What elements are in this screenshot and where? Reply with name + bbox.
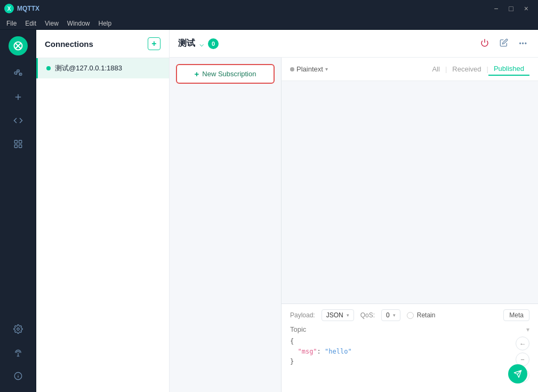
- filter-received-button[interactable]: Received: [447, 63, 486, 75]
- settings-icon: [13, 324, 23, 334]
- maximize-button[interactable]: □: [503, 3, 518, 14]
- sidebar-item-add[interactable]: [9, 87, 28, 107]
- menu-file[interactable]: File: [2, 19, 21, 28]
- sidebar: [0, 30, 36, 392]
- qos-chevron-icon: ▾: [393, 313, 396, 318]
- content-split: + New Subscription Plaintext ▾ All |: [170, 58, 538, 392]
- plaintext-label: Plaintext: [296, 65, 323, 73]
- app-logo: X: [4, 4, 14, 13]
- app-brand: X MQTTX: [4, 4, 39, 13]
- messages-panel: Plaintext ▾ All | Received | Published: [282, 58, 538, 392]
- retain-radio[interactable]: [407, 312, 414, 319]
- connection-name: 测试@127.0.0.1:1883: [55, 63, 122, 73]
- code-icon: [13, 116, 23, 125]
- sidebar-item-settings[interactable]: [9, 319, 28, 339]
- payload-format-value: JSON: [326, 311, 343, 319]
- more-button[interactable]: •••: [517, 38, 529, 50]
- topbar: 测试 ⌵ 0 •••: [170, 30, 538, 58]
- send-button[interactable]: [508, 364, 527, 383]
- main-content: 测试 ⌵ 0 •••: [170, 30, 538, 392]
- menu-edit[interactable]: Edit: [21, 19, 41, 28]
- edit-button[interactable]: [497, 36, 510, 51]
- edit-icon: [500, 38, 508, 47]
- undo-button[interactable]: ←: [516, 337, 529, 350]
- plaintext-selector[interactable]: Plaintext ▾: [290, 65, 328, 73]
- plaintext-dot: [290, 67, 294, 71]
- dropdown-icon[interactable]: ⌵: [199, 39, 204, 48]
- power-icon: [480, 38, 489, 47]
- editor-line-2: "msg": "hello": [290, 347, 511, 357]
- minimize-button[interactable]: −: [488, 3, 503, 14]
- svg-rect-8: [14, 140, 17, 143]
- sidebar-item-scripts[interactable]: [9, 111, 28, 130]
- svg-point-12: [17, 328, 19, 331]
- new-subscription-label: New Subscription: [202, 70, 256, 78]
- filter-published-button[interactable]: Published: [488, 62, 529, 76]
- menu-view[interactable]: View: [41, 19, 63, 28]
- add-connection-button[interactable]: +: [148, 37, 160, 50]
- menu-help[interactable]: Help: [94, 19, 116, 28]
- sidebar-item-info[interactable]: [9, 366, 28, 386]
- retain-label: Retain: [417, 311, 436, 319]
- svg-rect-10: [14, 145, 17, 148]
- sidebar-item-connections[interactable]: [9, 64, 28, 83]
- connections-header: Connections +: [36, 30, 169, 58]
- app-name: MQTTX: [17, 5, 39, 12]
- titlebar: X MQTTX − □ ×: [0, 0, 538, 17]
- qos-select[interactable]: 0 ▾: [381, 309, 400, 321]
- qos-label: QoS:: [360, 311, 375, 319]
- compose-editor[interactable]: { "msg": "hello" }: [290, 337, 511, 367]
- power-button[interactable]: [478, 36, 491, 51]
- payload-format-chevron-icon: ▾: [347, 313, 349, 318]
- editor-line-3: }: [290, 357, 511, 367]
- message-count-badge: 0: [208, 38, 219, 49]
- topic-input[interactable]: [290, 325, 526, 333]
- app-body: Connections + 测试@127.0.0.1:1883 测试 ⌵ 0: [0, 30, 538, 392]
- connections-icon: [13, 69, 23, 78]
- add-icon: [13, 92, 23, 102]
- svg-rect-0: [14, 72, 17, 74]
- connections-title: Connections: [45, 39, 93, 49]
- send-icon: [513, 370, 522, 378]
- subscriptions-panel: + New Subscription: [170, 58, 282, 392]
- compose-area: Payload: JSON ▾ QoS: 0 ▾ Retain: [282, 303, 538, 392]
- filter-all-button[interactable]: All: [427, 63, 445, 75]
- new-subscription-button[interactable]: + New Subscription: [176, 64, 275, 84]
- topic-row: ▾: [290, 325, 529, 333]
- new-subscription-plus-icon: +: [195, 69, 199, 78]
- sidebar-item-antenna[interactable]: [9, 343, 28, 362]
- svg-rect-9: [19, 140, 21, 143]
- connection-status-dot: [46, 66, 51, 70]
- topic-expand-icon[interactable]: ▾: [526, 326, 529, 333]
- grid-icon: [13, 139, 23, 149]
- connection-item[interactable]: 测试@127.0.0.1:1883: [36, 58, 169, 78]
- window-controls: − □ ×: [488, 3, 534, 14]
- antenna-icon: [13, 348, 23, 357]
- message-filters: All | Received | Published: [427, 62, 529, 76]
- messages-body: [282, 81, 538, 303]
- payload-format-select[interactable]: JSON ▾: [322, 309, 354, 321]
- retain-control: Retain: [407, 311, 436, 319]
- sidebar-item-logs[interactable]: [9, 134, 28, 154]
- compose-toolbar: Payload: JSON ▾ QoS: 0 ▾ Retain: [290, 309, 529, 321]
- connection-title: 测试: [178, 38, 195, 49]
- compose-bottom: { "msg": "hello" } ← − →: [290, 337, 529, 382]
- qos-value: 0: [386, 311, 390, 319]
- editor-line-1: {: [290, 337, 511, 347]
- menubar: File Edit View Window Help: [0, 17, 538, 30]
- meta-button[interactable]: Meta: [503, 309, 529, 321]
- close-button[interactable]: ×: [519, 3, 534, 14]
- connections-panel: Connections + 测试@127.0.0.1:1883: [36, 30, 170, 392]
- payload-label: Payload:: [290, 311, 315, 319]
- messages-header: Plaintext ▾ All | Received | Published: [282, 58, 538, 81]
- topbar-right: •••: [478, 36, 529, 51]
- topbar-left: 测试 ⌵ 0: [178, 38, 219, 49]
- plaintext-chevron-icon: ▾: [325, 66, 328, 72]
- avatar-icon: [13, 41, 23, 51]
- sidebar-avatar[interactable]: [9, 36, 28, 55]
- info-icon: [13, 371, 23, 381]
- menu-window[interactable]: Window: [63, 19, 94, 28]
- svg-rect-11: [19, 145, 21, 148]
